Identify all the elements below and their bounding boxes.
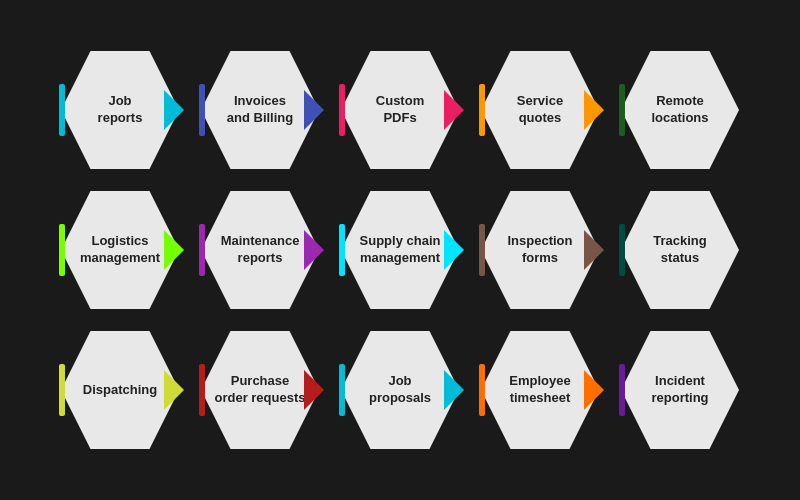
hex-2-0: Dispatching [61,331,179,449]
hex-label-0-4: Remotelocations [641,93,718,127]
hex-label-0-0: Jobreports [88,93,153,127]
hex-label-2-4: Incidentreporting [641,373,718,407]
svg-marker-5 [304,230,324,270]
hex-label-0-3: Servicequotes [507,93,573,127]
arrow-1-2 [444,230,472,270]
accent-left-0-1 [199,84,205,136]
hex-wrapper-1-1[interactable]: Maintenancereports [190,180,330,320]
accent-left-1-4 [619,224,625,276]
hex-0-3: Servicequotes [481,51,599,169]
hex-0-2: CustomPDFs [341,51,459,169]
svg-marker-2 [444,90,464,130]
arrow-0-3 [584,90,612,130]
accent-left-0-2 [339,84,345,136]
accent-left-1-0 [59,224,65,276]
row-1: Logisticsmanagement Maintenancereports S… [50,180,750,320]
hex-wrapper-0-4[interactable]: Remotelocations [610,40,750,180]
svg-marker-8 [164,370,184,410]
hex-wrapper-1-2[interactable]: Supply chainmanagement [330,180,470,320]
hex-0-0: Jobreports [61,51,179,169]
hex-wrapper-2-1[interactable]: Purchaseorder requests [190,320,330,460]
arrow-2-1 [304,370,332,410]
hex-wrapper-2-3[interactable]: Employeetimesheet [470,320,610,460]
hex-label-1-0: Logisticsmanagement [70,233,170,267]
hex-0-1: Invoicesand Billing [201,51,319,169]
hex-wrapper-2-4[interactable]: Incidentreporting [610,320,750,460]
hex-wrapper-0-1[interactable]: Invoicesand Billing [190,40,330,180]
svg-marker-4 [164,230,184,270]
svg-marker-10 [444,370,464,410]
accent-left-2-2 [339,364,345,416]
hex-label-0-2: CustomPDFs [366,93,434,127]
arrow-2-0 [164,370,192,410]
hex-wrapper-1-3[interactable]: Inspectionforms [470,180,610,320]
arrow-0-2 [444,90,472,130]
svg-marker-1 [304,90,324,130]
accent-left-0-4 [619,84,625,136]
accent-left-2-4 [619,364,625,416]
hex-label-2-2: Jobproposals [359,373,441,407]
accent-left-1-2 [339,224,345,276]
arrow-1-3 [584,230,612,270]
hex-1-3: Inspectionforms [481,191,599,309]
arrow-2-2 [444,370,472,410]
hex-label-1-3: Inspectionforms [497,233,582,267]
svg-marker-11 [584,370,604,410]
hex-wrapper-2-2[interactable]: Jobproposals [330,320,470,460]
hex-2-1: Purchaseorder requests [201,331,319,449]
hex-wrapper-1-4[interactable]: Trackingstatus [610,180,750,320]
arrow-0-0 [164,90,192,130]
accent-left-0-3 [479,84,485,136]
arrow-1-1 [304,230,332,270]
hex-2-4: Incidentreporting [621,331,739,449]
hex-label-1-2: Supply chainmanagement [350,233,451,267]
arrow-1-0 [164,230,192,270]
hex-0-4: Remotelocations [621,51,739,169]
hex-wrapper-0-0[interactable]: Jobreports [50,40,190,180]
svg-marker-3 [584,90,604,130]
svg-marker-6 [444,230,464,270]
hex-1-2: Supply chainmanagement [341,191,459,309]
hex-label-2-3: Employeetimesheet [499,373,580,407]
svg-marker-7 [584,230,604,270]
arrow-0-1 [304,90,332,130]
row-0: Jobreports Invoicesand Billing CustomPDF… [50,40,750,180]
accent-left-1-3 [479,224,485,276]
hex-label-1-1: Maintenancereports [211,233,310,267]
accent-left-2-3 [479,364,485,416]
hex-wrapper-2-0[interactable]: Dispatching [50,320,190,460]
hex-label-2-0: Dispatching [73,382,167,399]
hex-2-2: Jobproposals [341,331,459,449]
hex-2-3: Employeetimesheet [481,331,599,449]
hex-wrapper-0-3[interactable]: Servicequotes [470,40,610,180]
hex-wrapper-1-0[interactable]: Logisticsmanagement [50,180,190,320]
svg-marker-9 [304,370,324,410]
svg-marker-0 [164,90,184,130]
arrow-2-3 [584,370,612,410]
main-grid: Jobreports Invoicesand Billing CustomPDF… [0,0,800,500]
hex-wrapper-0-2[interactable]: CustomPDFs [330,40,470,180]
hex-1-0: Logisticsmanagement [61,191,179,309]
accent-left-1-1 [199,224,205,276]
hex-1-4: Trackingstatus [621,191,739,309]
accent-left-2-0 [59,364,65,416]
hex-label-2-1: Purchaseorder requests [204,373,315,407]
accent-left-0-0 [59,84,65,136]
hex-label-0-1: Invoicesand Billing [217,93,303,127]
hex-label-1-4: Trackingstatus [643,233,716,267]
row-2: Dispatching Purchaseorder requests Jobpr… [50,320,750,460]
accent-left-2-1 [199,364,205,416]
hex-1-1: Maintenancereports [201,191,319,309]
